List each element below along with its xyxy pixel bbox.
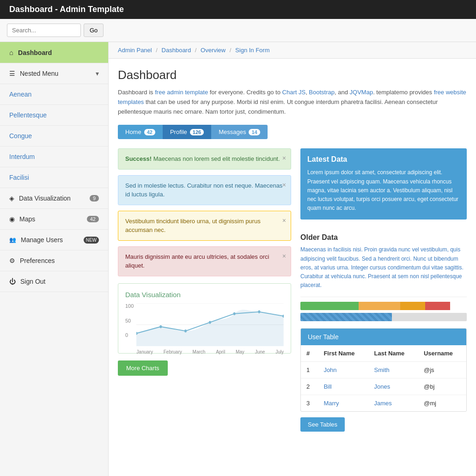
sidebar-label-nested-menu: Nested Menu xyxy=(20,70,58,77)
alert-danger-text: Mauris dignissim ante eu arcu ultricies,… xyxy=(125,253,269,269)
svg-point-5 xyxy=(184,330,187,332)
table-row: 3 Marry James @mj xyxy=(301,395,466,412)
svg-point-7 xyxy=(233,312,236,315)
row1-first-link[interactable]: John xyxy=(323,366,336,373)
col-num: # xyxy=(301,345,318,362)
chart-label-apr: April xyxy=(216,349,225,354)
sidebar-item-nested-menu[interactable]: ☰ Nested Menu ▾ xyxy=(0,63,108,84)
tab-messages[interactable]: Messages 14 xyxy=(211,125,268,139)
sidebar-label-sign-out: Sign Out xyxy=(20,278,45,285)
chart-label-jan: January xyxy=(136,349,153,354)
sidebar-item-interdum[interactable]: Interdum xyxy=(0,146,108,167)
intro-text: Dashboard is free admin template for eve… xyxy=(118,88,467,116)
latest-data-text: Lorem ipsum dolor sit amet, consectetur … xyxy=(307,168,460,213)
user-table-title: User Table xyxy=(308,333,339,341)
tab-home-label: Home xyxy=(125,128,141,135)
user-table: # First Name Last Name Username 1 John xyxy=(301,345,466,411)
sidebar-item-pellentesque[interactable]: Pellentesque xyxy=(0,105,108,126)
manage-users-badge: NEW xyxy=(84,237,99,244)
col-left: × Success! Maecenas non lorem sed elit m… xyxy=(118,148,291,432)
svg-point-6 xyxy=(209,321,211,323)
prog-seg-orange xyxy=(400,302,425,310)
layers-icon: ☰ xyxy=(9,70,15,77)
col-username: Username xyxy=(418,345,466,362)
tab-bar: Home 42 Profile 126 Messages 14 xyxy=(118,125,467,139)
tab-profile-label: Profile xyxy=(170,128,187,135)
tab-messages-badge: 14 xyxy=(249,129,260,135)
row1-username: @js xyxy=(418,362,466,378)
alert-success: × Success! Maecenas non lorem sed elit m… xyxy=(118,148,291,170)
chart-label-mar: March xyxy=(193,349,206,354)
col-right: Latest Data Lorem ipsum dolor sit amet, … xyxy=(300,148,467,432)
chart-title: Data Visualization xyxy=(125,291,284,299)
chart-y-50: 50 xyxy=(125,318,134,323)
alert-danger-close[interactable]: × xyxy=(282,251,286,261)
sidebar-item-maps[interactable]: ◉ Maps 42 xyxy=(0,209,108,230)
row2-last-link[interactable]: Jones xyxy=(374,383,391,390)
search-input[interactable] xyxy=(7,24,81,37)
tab-profile-badge: 126 xyxy=(190,129,204,135)
sidebar-item-manage-users[interactable]: 👥 Manage Users NEW xyxy=(0,230,108,250)
tab-profile[interactable]: Profile 126 xyxy=(163,125,211,139)
alert-danger: × Mauris dignissim ante eu arcu ultricie… xyxy=(118,246,291,276)
link-chartjs[interactable]: Chart JS xyxy=(282,89,306,96)
chart-y-100: 100 xyxy=(125,303,134,309)
breadcrumb-sep2: / xyxy=(195,47,198,54)
see-tables-button[interactable]: See Tables xyxy=(300,417,345,432)
row3-num: 3 xyxy=(301,395,318,412)
maps-badge: 42 xyxy=(87,216,99,222)
col-last-name: Last Name xyxy=(369,345,418,362)
row3-last-link[interactable]: James xyxy=(374,400,392,407)
sidebar-label-facilisi: Facilisi xyxy=(9,174,29,181)
prog-seg-green xyxy=(300,302,359,310)
sidebar-label-maps: Maps xyxy=(19,215,35,223)
alert-info-close[interactable]: × xyxy=(282,180,286,190)
row3-username: @mj xyxy=(418,395,466,412)
link-free-admin[interactable]: free admin template xyxy=(155,89,208,96)
table-row: 2 Bill Jones @bj xyxy=(301,378,466,395)
sidebar-label-data-viz: Data Visualization xyxy=(19,195,71,202)
chart-panel: Data Visualization 100 50 0 xyxy=(118,283,291,354)
row1-first: John xyxy=(318,362,368,378)
more-charts-button[interactable]: More Charts xyxy=(118,360,168,376)
sidebar-item-preferences[interactable]: ⚙ Preferences xyxy=(0,250,108,271)
sidebar-item-dashboard[interactable]: ⌂ Dashboard xyxy=(0,42,108,63)
breadcrumb-sign-in-form[interactable]: Sign In Form xyxy=(235,47,269,54)
alert-success-text: Maecenas non lorem sed elit molestie tin… xyxy=(153,155,280,162)
link-jqvmap[interactable]: JQVMap xyxy=(350,89,373,96)
sidebar-item-aenean[interactable]: Aenean xyxy=(0,84,108,105)
sidebar-item-sign-out[interactable]: ⏻ Sign Out xyxy=(0,271,108,292)
table-row: 1 John Smith @js xyxy=(301,362,466,378)
breadcrumb-admin-panel[interactable]: Admin Panel xyxy=(118,47,152,54)
sidebar: ⌂ Dashboard ☰ Nested Menu ▾ Aenean Pelle… xyxy=(0,42,109,476)
row1-num: 1 xyxy=(301,362,318,378)
row1-last-link[interactable]: Smith xyxy=(374,366,390,373)
alert-warning-close[interactable]: × xyxy=(282,216,286,226)
row2-first-link[interactable]: Bill xyxy=(323,383,331,390)
chart-label-feb: February xyxy=(164,349,182,354)
link-bootstrap[interactable]: Bootstrap xyxy=(309,89,335,96)
breadcrumb-dashboard[interactable]: Dashboard xyxy=(162,47,191,54)
tab-home[interactable]: Home 42 xyxy=(118,125,163,139)
prog-seg-yellow xyxy=(359,302,400,310)
home-icon: ⌂ xyxy=(9,49,13,56)
sidebar-item-facilisi[interactable]: Facilisi xyxy=(0,167,108,188)
row2-first: Bill xyxy=(318,378,368,395)
sidebar-label-pellentesque: Pellentesque xyxy=(9,111,47,119)
progress-row-1 xyxy=(300,302,467,310)
row3-last: James xyxy=(369,395,418,412)
search-button[interactable]: Go xyxy=(84,24,104,37)
alert-success-close[interactable]: × xyxy=(282,153,286,163)
main-content: Admin Panel / Dashboard / Overview / Sig… xyxy=(109,42,476,476)
tab-messages-label: Messages xyxy=(219,128,246,135)
page-title: Dashboard xyxy=(118,68,467,82)
searchbar: Go xyxy=(0,19,476,42)
breadcrumb-overview[interactable]: Overview xyxy=(201,47,226,54)
sidebar-item-data-viz[interactable]: ◈ Data Visualization 9 xyxy=(0,188,108,209)
progress-row-2 xyxy=(300,313,467,321)
sidebar-label-manage-users: Manage Users xyxy=(21,236,63,244)
row3-first-link[interactable]: Marry xyxy=(323,400,339,407)
chart-label-jun: June xyxy=(255,349,265,354)
breadcrumb-sep1: / xyxy=(156,47,159,54)
sidebar-item-congue[interactable]: Congue xyxy=(0,126,108,146)
